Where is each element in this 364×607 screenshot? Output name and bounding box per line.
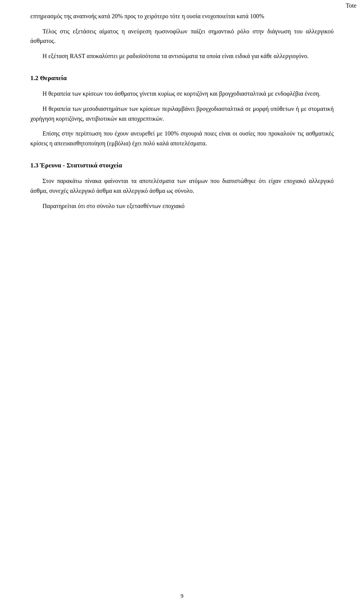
header-bar: Tote (338, 0, 364, 11)
page-number: 9 (180, 593, 184, 599)
section-1-2-paragraph-2: Η θεραπεία των μεσοδιαστημάτων των κρίσε… (30, 104, 334, 123)
intro-paragraph-1: επτηρεασμός της αναπνοής κατά 20% προς τ… (30, 11, 334, 21)
section-1-3-paragraph-1: Στον παρακάτω πίνακα φαίνονται τα αποτελ… (30, 176, 334, 196)
section-1-2-heading: 1.2 Θεραπεία (30, 74, 334, 82)
intro-paragraph-3: Η εξέταση RAST αποκαλύπτει με ραδιοϊσότο… (30, 51, 334, 61)
intro-paragraph-2: Τέλος στις εξετάσεις αίματος η ανεύρεση … (30, 27, 334, 46)
header-tote: Tote (346, 2, 356, 9)
section-1-2-paragraph-1: Η θεραπεία των κρίσεων του άσθματος γίνε… (30, 89, 334, 99)
section-1-3-heading: 1.3 Έρευνα - Στατιστικά στοιχεία (30, 162, 334, 169)
page-container: Tote επτηρεασμός της αναπνοής κατά 20% π… (0, 0, 364, 607)
section-1-2-paragraph-3: Επίσης στην περίπτωση που έχουν ανευρεθε… (30, 129, 334, 148)
section-1-3-paragraph-2: Παρατηρείται ότι στο σύνολο των εξετασθέ… (30, 201, 334, 211)
